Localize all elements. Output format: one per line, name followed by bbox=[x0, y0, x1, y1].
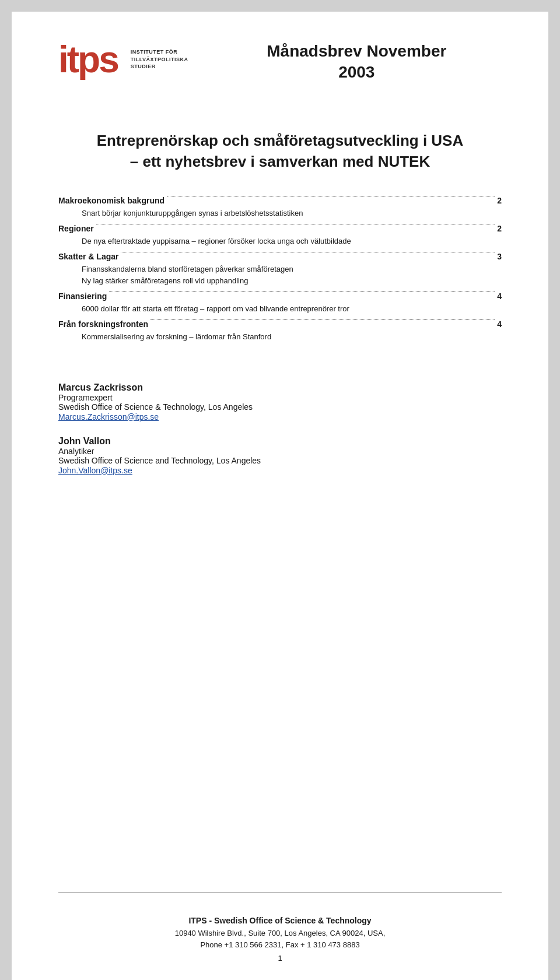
header-title: Månadsbrev November 2003 bbox=[212, 41, 502, 83]
toc-sub-3-1: Finansskandalerna bland storföretagen på… bbox=[82, 264, 502, 274]
toc-heading-4: Finansiering bbox=[58, 291, 107, 301]
contact-title-1: Programexpert bbox=[58, 393, 502, 402]
toc-heading-2: Regioner bbox=[58, 224, 94, 233]
toc-page-3: 3 bbox=[497, 252, 502, 261]
header-title-line1: Månadsbrev November bbox=[267, 42, 446, 60]
tagline-line1: INSTITUTET FÖR bbox=[131, 48, 188, 56]
toc-dots-3 bbox=[121, 252, 495, 252]
page: itps INSTITUTET FÖR TILLVÄXTPOLITISKA ST… bbox=[12, 12, 548, 980]
main-title-line2: – ett nyhetsbrev i samverkan med NUTEK bbox=[130, 153, 430, 170]
contact-block-2: John Vallon Analytiker Swedish Office of… bbox=[58, 436, 502, 476]
toc-entry-3: Skatter & Lagar 3 Finansskandalerna blan… bbox=[58, 252, 502, 286]
contact-name-2: John Vallon bbox=[58, 436, 502, 447]
toc-section: Makroekonomisk bakgrund 2 Snart börjar k… bbox=[58, 196, 502, 347]
contact-block-1: Marcus Zackrisson Programexpert Swedish … bbox=[58, 382, 502, 422]
toc-sub-2-1: De nya eftertraktade yuppisarna – region… bbox=[82, 236, 502, 246]
main-title-section: Entreprenörskap och småföretagsutvecklin… bbox=[58, 130, 502, 173]
header: itps INSTITUTET FÖR TILLVÄXTPOLITISKA ST… bbox=[58, 41, 502, 83]
footer: ITPS - Swedish Office of Science & Techn… bbox=[58, 892, 502, 963]
contact-name-1: Marcus Zackrisson bbox=[58, 382, 502, 393]
toc-sub-text-4-1: 6000 dollar för att starta ett företag –… bbox=[82, 304, 349, 313]
footer-address-line1: 10940 Wilshire Blvd., Suite 700, Los Ang… bbox=[58, 928, 502, 939]
footer-org: ITPS - Swedish Office of Science & Techn… bbox=[58, 916, 502, 925]
tagline-line2: TILLVÄXTPOLITISKA bbox=[131, 56, 188, 64]
toc-page-4: 4 bbox=[497, 291, 502, 301]
logo-tagline: INSTITUTET FÖR TILLVÄXTPOLITISKA STUDIER bbox=[131, 48, 188, 71]
header-title-line2: 2003 bbox=[338, 63, 374, 81]
toc-heading-row-3: Skatter & Lagar 3 bbox=[58, 252, 502, 261]
contact-org-1: Swedish Office of Science & Technology, … bbox=[58, 402, 502, 412]
logo-letters: itps bbox=[58, 41, 118, 78]
contact-title-2: Analytiker bbox=[58, 447, 502, 456]
contact-email-2[interactable]: John.Vallon@itps.se bbox=[58, 466, 132, 475]
toc-page-5: 4 bbox=[497, 319, 502, 329]
footer-page-number: 1 bbox=[58, 954, 502, 963]
toc-sub-text-3-2: Ny lag stärker småföretagens roll vid up… bbox=[82, 276, 248, 285]
toc-heading-5: Från forskningsfronten bbox=[58, 319, 148, 329]
toc-entry-2: Regioner 2 De nya eftertraktade yuppisar… bbox=[58, 224, 502, 246]
main-title-line1: Entreprenörskap och småföretagsutvecklin… bbox=[97, 132, 464, 149]
contact-org-2: Swedish Office of Science and Technology… bbox=[58, 456, 502, 465]
toc-entry-1: Makroekonomisk bakgrund 2 Snart börjar k… bbox=[58, 196, 502, 218]
toc-page-2: 2 bbox=[497, 224, 502, 233]
contacts-section: Marcus Zackrisson Programexpert Swedish … bbox=[58, 382, 502, 490]
toc-dots-1 bbox=[167, 196, 495, 196]
toc-sub-3-2: Ny lag stärker småföretagens roll vid up… bbox=[82, 275, 502, 286]
toc-page-1: 2 bbox=[497, 196, 502, 205]
toc-sub-text-5-1: Kommersialisering av forskning – lärdoma… bbox=[82, 332, 271, 341]
toc-sub-5-1: Kommersialisering av forskning – lärdoma… bbox=[82, 331, 502, 342]
toc-sub-text-2-1: De nya eftertraktade yuppisarna – region… bbox=[82, 237, 351, 245]
toc-entry-4: Finansiering 4 6000 dollar för att start… bbox=[58, 291, 502, 314]
toc-sub-text-1-1: Snart börjar konjunkturuppgången synas i… bbox=[82, 209, 303, 217]
toc-heading-row-1: Makroekonomisk bakgrund 2 bbox=[58, 196, 502, 205]
toc-heading-3: Skatter & Lagar bbox=[58, 252, 118, 261]
logo-section: itps INSTITUTET FÖR TILLVÄXTPOLITISKA ST… bbox=[58, 41, 188, 78]
toc-heading-row-2: Regioner 2 bbox=[58, 224, 502, 233]
itps-logo: itps bbox=[58, 41, 118, 78]
toc-sub-1-1: Snart börjar konjunkturuppgången synas i… bbox=[82, 208, 502, 218]
toc-dots-4 bbox=[109, 291, 495, 292]
toc-sub-4-1: 6000 dollar för att starta ett företag –… bbox=[82, 303, 502, 314]
toc-entry-5: Från forskningsfronten 4 Kommersialiseri… bbox=[58, 319, 502, 342]
toc-sub-text-3-1: Finansskandalerna bland storföretagen på… bbox=[82, 265, 293, 273]
footer-address-line2: Phone +1 310 566 2331, Fax + 1 310 473 8… bbox=[58, 939, 502, 951]
toc-heading-row-4: Finansiering 4 bbox=[58, 291, 502, 301]
toc-heading-1: Makroekonomisk bakgrund bbox=[58, 196, 164, 205]
toc-dots-5 bbox=[150, 319, 495, 320]
toc-dots-2 bbox=[96, 224, 495, 224]
contact-email-1[interactable]: Marcus.Zackrisson@itps.se bbox=[58, 412, 159, 421]
toc-heading-row-5: Från forskningsfronten 4 bbox=[58, 319, 502, 329]
tagline-line3: STUDIER bbox=[131, 63, 188, 71]
